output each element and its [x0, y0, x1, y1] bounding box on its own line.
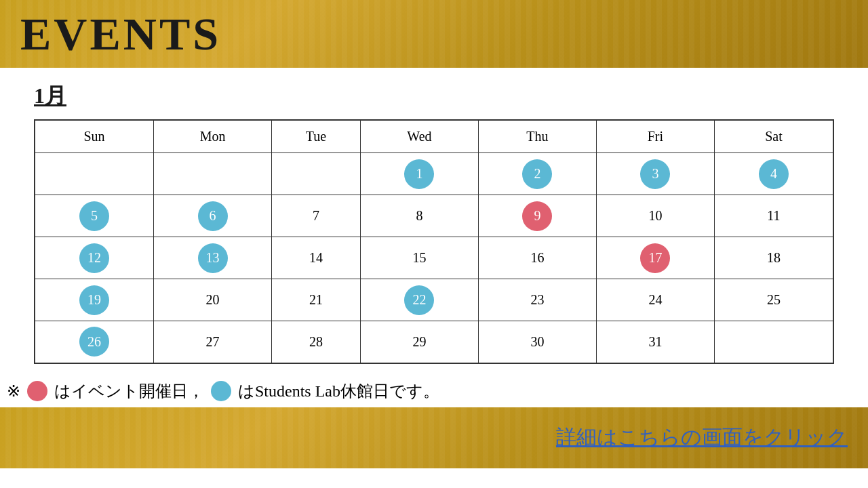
calendar-row: 567891011 [35, 195, 833, 237]
blue-day-circle: 22 [404, 285, 434, 315]
table-row: 4 [714, 153, 833, 195]
table-row: 25 [714, 279, 833, 321]
table-row: 2 [478, 153, 596, 195]
table-row: 11 [714, 195, 833, 237]
table-row: 30 [478, 321, 596, 363]
blue-day-circle: 5 [79, 201, 109, 231]
table-row: 29 [360, 321, 478, 363]
table-row: 28 [272, 321, 361, 363]
blue-day-circle: 1 [404, 159, 434, 189]
blue-day-circle: 4 [759, 159, 789, 189]
legend-red-dot [27, 381, 47, 401]
calendar-row: 262728293031 [35, 321, 833, 363]
table-row: 15 [360, 237, 478, 279]
blue-day-circle: 12 [79, 243, 109, 273]
table-row: 1 [360, 153, 478, 195]
legend-red-label: はイベント開催日， [54, 380, 204, 402]
legend-prefix: ※ [7, 382, 20, 401]
col-mon: Mon [154, 120, 272, 153]
table-row: 9 [478, 195, 596, 237]
table-row: 21 [272, 279, 361, 321]
blue-day-circle: 6 [198, 201, 228, 231]
table-row [35, 153, 154, 195]
calendar-row: 1234 [35, 153, 833, 195]
table-row: 5 [35, 195, 154, 237]
table-row: 18 [714, 237, 833, 279]
table-row [154, 153, 272, 195]
footer-link[interactable]: 詳細はこちらの画面をクリック [556, 424, 848, 451]
header-banner: EVENTS [0, 0, 868, 68]
table-row [272, 153, 361, 195]
blue-day-circle: 13 [198, 243, 228, 273]
col-sun: Sun [35, 120, 154, 153]
col-wed: Wed [360, 120, 478, 153]
footer-banner[interactable]: 詳細はこちらの画面をクリック [0, 407, 868, 468]
legend-blue-label: はStudents Lab休館日です。 [238, 380, 439, 402]
table-row: 3 [596, 153, 714, 195]
table-row [714, 321, 833, 363]
table-row: 10 [596, 195, 714, 237]
calendar-table: Sun Mon Tue Wed Thu Fri Sat 123456789101… [34, 119, 834, 364]
red-day-circle: 9 [522, 201, 552, 231]
table-row: 8 [360, 195, 478, 237]
legend-blue-dot [211, 381, 231, 401]
table-row: 20 [154, 279, 272, 321]
table-row: 16 [478, 237, 596, 279]
table-row: 22 [360, 279, 478, 321]
col-thu: Thu [478, 120, 596, 153]
page-title: EVENTS [20, 7, 221, 61]
table-row: 19 [35, 279, 154, 321]
table-row: 27 [154, 321, 272, 363]
table-row: 6 [154, 195, 272, 237]
col-fri: Fri [596, 120, 714, 153]
calendar-row: 12131415161718 [35, 237, 833, 279]
col-tue: Tue [272, 120, 361, 153]
table-row: 26 [35, 321, 154, 363]
blue-day-circle: 26 [79, 327, 109, 357]
table-row: 12 [35, 237, 154, 279]
blue-day-circle: 3 [640, 159, 670, 189]
main-content: 1月 Sun Mon Tue Wed Thu Fri Sat 123456789… [0, 68, 868, 371]
blue-day-circle: 19 [79, 285, 109, 315]
table-row: 31 [596, 321, 714, 363]
legend-row: ※ はイベント開催日， はStudents Lab休館日です。 [0, 371, 868, 407]
col-sat: Sat [714, 120, 833, 153]
table-row: 23 [478, 279, 596, 321]
month-label: 1月 [34, 81, 834, 111]
calendar-header-row: Sun Mon Tue Wed Thu Fri Sat [35, 120, 833, 153]
table-row: 17 [596, 237, 714, 279]
table-row: 13 [154, 237, 272, 279]
red-day-circle: 17 [640, 243, 670, 273]
calendar-row: 19202122232425 [35, 279, 833, 321]
table-row: 24 [596, 279, 714, 321]
blue-day-circle: 2 [522, 159, 552, 189]
table-row: 14 [272, 237, 361, 279]
table-row: 7 [272, 195, 361, 237]
